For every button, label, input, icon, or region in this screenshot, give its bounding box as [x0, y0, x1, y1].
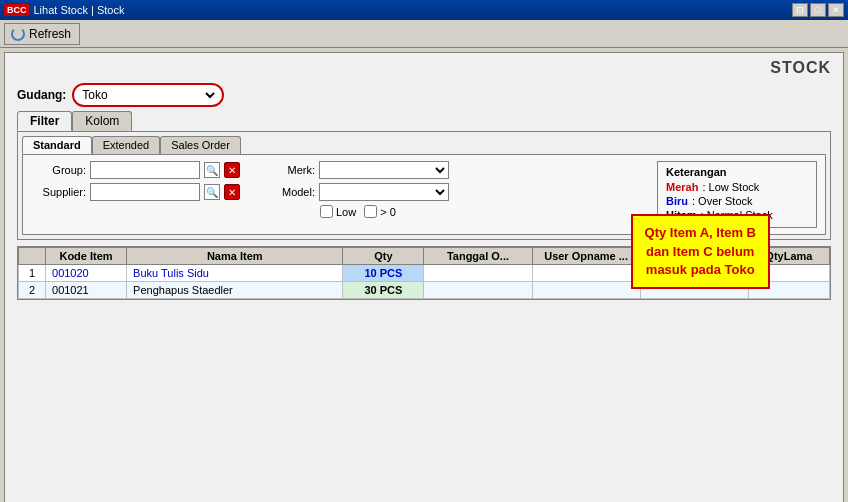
title-bar-controls: ⊡ □ ✕: [792, 3, 844, 17]
main-content: STOCK Gudang: Toko Gudang 1 Gudang 2 Fil…: [4, 52, 844, 502]
supplier-label: Supplier:: [31, 186, 86, 198]
supplier-clear-icon[interactable]: ✕: [224, 184, 240, 200]
group-clear-icon[interactable]: ✕: [224, 162, 240, 178]
ket-row-merah: Merah : Low Stock: [666, 181, 808, 193]
ket-biru-desc: : Over Stock: [692, 195, 753, 207]
low-checkbox-label[interactable]: Low: [320, 205, 356, 218]
gudang-label: Gudang:: [17, 88, 66, 102]
col-header-user: User Opname ...: [532, 248, 640, 265]
supplier-input[interactable]: [90, 183, 200, 201]
row-nama-2: Penghapus Staedler: [127, 282, 343, 299]
col-header-kode: Kode Item: [46, 248, 127, 265]
model-row: Model:: [260, 183, 460, 201]
window-title: Lihat Stock | Stock: [34, 4, 125, 16]
tab-sales-order[interactable]: Sales Order: [160, 136, 241, 154]
merk-select[interactable]: [319, 161, 449, 179]
row-kode-1: 001020: [46, 265, 127, 282]
keterangan-title: Keterangan: [666, 166, 808, 178]
ket-biru-label: Biru: [666, 195, 688, 207]
ket-merah-desc: : Low Stock: [702, 181, 759, 193]
title-bar: BCC Lihat Stock | Stock ⊡ □ ✕: [0, 0, 848, 20]
row-tanggal-2: [424, 282, 532, 299]
refresh-icon: [11, 27, 25, 41]
close-button[interactable]: ✕: [828, 3, 844, 17]
row-nama-1: Buku Tulis Sidu: [127, 265, 343, 282]
row-qty-2: 30 PCS: [343, 282, 424, 299]
gudang-row: Gudang: Toko Gudang 1 Gudang 2: [17, 83, 831, 107]
col-header-tanggal: Tanggal O...: [424, 248, 532, 265]
form-left: Group: 🔍 ✕ Supplier: 🔍 ✕: [31, 161, 240, 228]
row-num-2: 2: [19, 282, 46, 299]
checkbox-row: Low > 0: [260, 205, 460, 218]
refresh-button[interactable]: Refresh: [4, 23, 80, 45]
row-kode-2: 001021: [46, 282, 127, 299]
model-label: Model:: [260, 186, 315, 198]
group-input[interactable]: [90, 161, 200, 179]
supplier-search-icon[interactable]: 🔍: [204, 184, 220, 200]
row-user-2: [532, 282, 640, 299]
title-bar-left: BCC Lihat Stock | Stock: [4, 4, 124, 16]
gt0-checkbox-label[interactable]: > 0: [364, 205, 396, 218]
col-header-num: [19, 248, 46, 265]
group-search-icon[interactable]: 🔍: [204, 162, 220, 178]
col-header-qty: Qty: [343, 248, 424, 265]
inner-tabs: Standard Extended Sales Order: [22, 136, 826, 154]
gt0-label: > 0: [380, 206, 396, 218]
gudang-select[interactable]: Toko Gudang 1 Gudang 2: [78, 87, 218, 103]
low-checkbox[interactable]: [320, 205, 333, 218]
merk-label: Merk:: [260, 164, 315, 176]
maximize-button[interactable]: □: [810, 3, 826, 17]
tab-filter[interactable]: Filter: [17, 111, 72, 131]
toolbar: Refresh: [0, 20, 848, 48]
row-num-1: 1: [19, 265, 46, 282]
row-qty-1: 10 PCS: [343, 265, 424, 282]
ket-merah-label: Merah: [666, 181, 698, 193]
tab-extended[interactable]: Extended: [92, 136, 160, 154]
group-label: Group:: [31, 164, 86, 176]
tooltip-box: Qty Item A, Item Bdan Item C belummasuk …: [631, 214, 770, 289]
merk-row: Merk:: [260, 161, 460, 179]
form-middle: Merk: Model: Low: [260, 161, 460, 228]
tab-standard[interactable]: Standard: [22, 136, 92, 154]
data-table-area: Kode Item Nama Item Qty Tanggal O... Use…: [17, 246, 831, 300]
row-tanggal-1: [424, 265, 532, 282]
outer-tabs: Filter Kolom: [17, 111, 831, 131]
col-header-nama: Nama Item: [127, 248, 343, 265]
restore-button[interactable]: ⊡: [792, 3, 808, 17]
page-title: STOCK: [9, 57, 839, 79]
gt0-checkbox[interactable]: [364, 205, 377, 218]
bcc-logo: BCC: [4, 4, 30, 16]
refresh-label: Refresh: [29, 27, 71, 41]
model-select[interactable]: [319, 183, 449, 201]
tooltip-text: Qty Item A, Item Bdan Item C belummasuk …: [645, 225, 756, 276]
ket-row-biru: Biru : Over Stock: [666, 195, 808, 207]
supplier-row: Supplier: 🔍 ✕: [31, 183, 240, 201]
low-label: Low: [336, 206, 356, 218]
tab-kolom[interactable]: Kolom: [72, 111, 132, 131]
row-user-1: [532, 265, 640, 282]
gudang-wrapper: Toko Gudang 1 Gudang 2: [72, 83, 224, 107]
group-row: Group: 🔍 ✕: [31, 161, 240, 179]
